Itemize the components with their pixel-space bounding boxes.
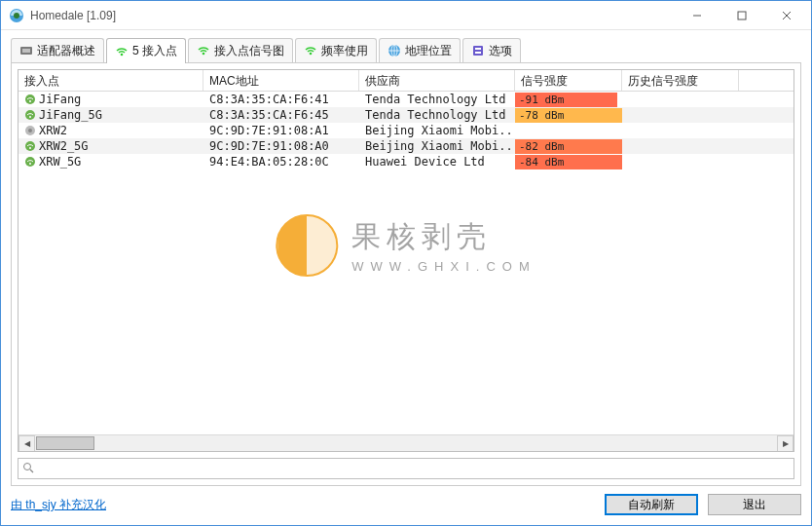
wifi-green-icon — [304, 44, 317, 57]
window-title: Homedale [1.09] — [30, 9, 675, 22]
svg-point-19 — [29, 116, 31, 118]
table-row[interactable]: XRW_5G94:E4:BA:05:28:0CHuawei Device Ltd… — [18, 154, 794, 169]
magnifier-icon — [22, 462, 34, 476]
horizontal-scrollbar[interactable]: ◀ ▶ — [18, 434, 794, 451]
close-button[interactable] — [764, 1, 809, 30]
cell-signal: -84 dBm — [515, 154, 622, 169]
exit-button[interactable]: 退出 — [708, 494, 801, 515]
svg-rect-7 — [22, 49, 30, 53]
table-row[interactable]: XRW2_5G9C:9D:7E:91:08:A0Beijing Xiaomi M… — [18, 138, 794, 154]
titlebar: Homedale [1.09] — [1, 1, 811, 30]
globe-icon — [388, 44, 401, 57]
tab-adapter-overview[interactable]: 适配器概述 — [11, 38, 104, 62]
cell-history — [622, 154, 739, 169]
wifi-green-icon — [115, 45, 129, 58]
tab-label: 5 接入点 — [132, 43, 177, 59]
watermark: 果核剥壳 WWW.GHXI.COM — [276, 214, 535, 277]
tab-frequency[interactable]: 频率使用 — [295, 38, 377, 62]
watermark-text-cn: 果核剥壳 — [351, 217, 535, 257]
list-header: 接入点 MAC地址 供应商 信号强度 历史信号强度 — [18, 70, 794, 92]
table-row[interactable]: JiFang_5GC8:3A:35:CA:F6:45Tenda Technolo… — [18, 107, 794, 123]
svg-point-17 — [29, 100, 31, 102]
table-row[interactable]: JiFangC8:3A:35:CA:F6:41Tenda Technology … — [18, 92, 794, 107]
svg-point-21 — [28, 129, 32, 132]
watermark-logo-icon — [276, 214, 338, 277]
scroll-left-button[interactable]: ◀ — [18, 435, 35, 452]
tab-options[interactable]: 选项 — [462, 38, 521, 62]
scroll-track[interactable] — [35, 435, 777, 451]
tab-label: 地理位置 — [405, 43, 452, 59]
cell-history — [622, 138, 739, 154]
cell-mac: 94:E4:BA:05:28:0C — [203, 154, 359, 169]
cell-vendor: Tenda Technology Ltd — [359, 92, 515, 107]
table-row[interactable]: XRW29C:9D:7E:91:08:A1Beijing Xiaomi Mobi… — [18, 123, 794, 138]
svg-point-23 — [29, 147, 31, 149]
ap-listview[interactable]: 接入点 MAC地址 供应商 信号强度 历史信号强度 果核剥壳 WWW.GHXI.… — [18, 69, 794, 452]
cell-ap: JiFang_5G — [18, 107, 203, 123]
wifi-status-icon — [24, 125, 36, 136]
options-icon — [471, 44, 485, 57]
scroll-thumb[interactable] — [36, 436, 94, 450]
svg-rect-15 — [475, 52, 481, 54]
wifi-status-icon — [24, 156, 36, 168]
watermark-text-en: WWW.GHXI.COM — [351, 259, 535, 274]
translator-link[interactable]: 由 th_sjy 补充汉化 — [11, 497, 106, 513]
cell-signal: -91 dBm — [515, 92, 622, 107]
svg-point-16 — [25, 94, 35, 104]
cell-ap: XRW2_5G — [18, 138, 203, 154]
app-window: Homedale [1.09] 适配器概述 5 接入点 接入点信号图 频率使用 — [0, 0, 812, 526]
svg-rect-14 — [475, 48, 481, 50]
col-header-signal[interactable]: 信号强度 — [515, 70, 622, 91]
col-header-mac[interactable]: MAC地址 — [203, 70, 359, 91]
tab-bar: 适配器概述 5 接入点 接入点信号图 频率使用 地理位置 选项 — [11, 38, 801, 63]
cell-history — [622, 107, 739, 123]
cell-signal — [515, 123, 622, 138]
col-header-history[interactable]: 历史信号强度 — [622, 70, 739, 91]
cell-mac: 9C:9D:7E:91:08:A1 — [203, 123, 359, 138]
search-input[interactable] — [38, 462, 790, 475]
svg-point-22 — [25, 141, 35, 151]
col-header-ap[interactable]: 接入点 — [18, 70, 203, 91]
cell-vendor: Beijing Xiaomi Mobi... — [359, 123, 515, 138]
svg-rect-3 — [738, 12, 746, 19]
scroll-right-button[interactable]: ▶ — [777, 435, 794, 452]
tab-label: 适配器概述 — [37, 43, 95, 59]
cell-mac: C8:3A:35:CA:F6:45 — [203, 107, 359, 123]
tab-signal-graph[interactable]: 接入点信号图 — [188, 38, 293, 62]
svg-point-18 — [25, 110, 35, 120]
cell-history — [622, 123, 739, 138]
svg-point-25 — [29, 163, 31, 165]
wifi-status-icon — [24, 94, 36, 105]
tab-label: 选项 — [489, 43, 512, 59]
col-header-vendor[interactable]: 供应商 — [359, 70, 515, 91]
tab-access-points[interactable]: 5 接入点 — [106, 38, 186, 63]
svg-point-9 — [203, 53, 205, 56]
svg-point-26 — [24, 463, 31, 470]
svg-point-8 — [121, 53, 124, 56]
minimize-button[interactable] — [675, 1, 720, 30]
cell-mac: C8:3A:35:CA:F6:41 — [203, 92, 359, 107]
list-body[interactable]: 果核剥壳 WWW.GHXI.COM JiFangC8:3A:35:CA:F6:4… — [18, 92, 794, 434]
cell-signal: -78 dBm — [515, 107, 622, 123]
svg-point-24 — [25, 157, 35, 167]
app-icon — [9, 8, 24, 23]
svg-rect-13 — [473, 46, 483, 56]
cell-history — [622, 92, 739, 107]
tab-panel: 接入点 MAC地址 供应商 信号强度 历史信号强度 果核剥壳 WWW.GHXI.… — [11, 62, 801, 486]
svg-point-1 — [14, 13, 19, 19]
svg-line-27 — [30, 470, 33, 472]
tab-location[interactable]: 地理位置 — [379, 38, 461, 62]
cell-ap: XRW_5G — [18, 154, 203, 169]
adapter-icon — [19, 44, 33, 57]
search-bar — [18, 458, 794, 479]
cell-mac: 9C:9D:7E:91:08:A0 — [203, 138, 359, 154]
maximize-button[interactable] — [720, 1, 764, 30]
svg-point-10 — [310, 53, 313, 56]
wifi-status-icon — [24, 140, 36, 152]
cell-ap: JiFang — [18, 92, 203, 107]
wifi-status-icon — [24, 109, 36, 121]
content-area: 适配器概述 5 接入点 接入点信号图 频率使用 地理位置 选项 — [1, 30, 811, 525]
auto-refresh-button[interactable]: 自动刷新 — [605, 494, 698, 515]
tab-label: 频率使用 — [321, 43, 368, 59]
footer: 由 th_sjy 补充汉化 自动刷新 退出 — [11, 494, 801, 515]
